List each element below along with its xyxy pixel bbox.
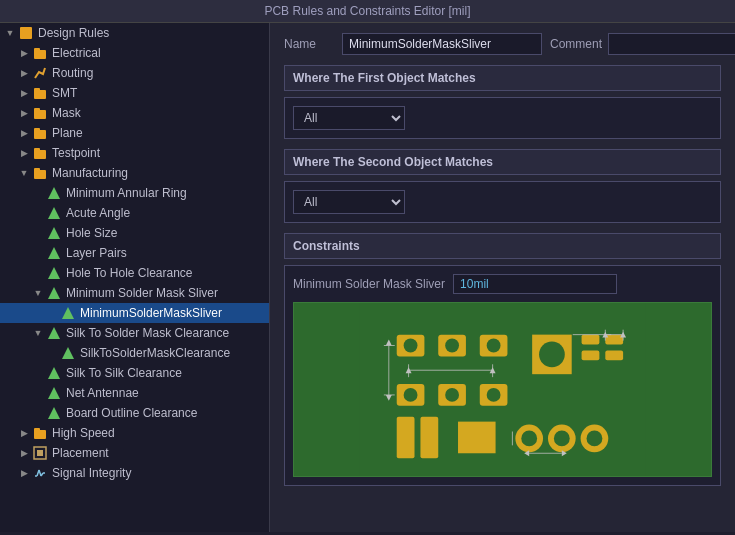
tree-arrow-plane[interactable] <box>18 127 30 139</box>
tree-item-hole-to-hole[interactable]: Hole To Hole Clearance <box>0 263 269 283</box>
svg-marker-20 <box>48 327 60 339</box>
tree-arrow-silk-to-solder[interactable] <box>32 327 44 339</box>
svg-point-40 <box>487 339 501 353</box>
svg-rect-70 <box>420 417 438 459</box>
tree-item-routing[interactable]: Routing <box>0 63 269 83</box>
tree-arrow-routing[interactable] <box>18 67 30 79</box>
svg-point-38 <box>445 339 459 353</box>
tree-item-silk-to-silk[interactable]: Silk To Silk Clearance <box>0 363 269 383</box>
svg-point-73 <box>521 431 537 447</box>
tree-item-hole-size[interactable]: Hole Size <box>0 223 269 243</box>
tree-item-testpoint[interactable]: Testpoint <box>0 143 269 163</box>
tree-container: Design RulesElectricalRoutingSMTMaskPlan… <box>0 23 269 483</box>
tree-arrow-signal-integrity[interactable] <box>18 467 30 479</box>
tree-item-placement[interactable]: Placement <box>0 443 269 463</box>
tree-icon-routing <box>32 65 48 81</box>
tree-item-mask[interactable]: Mask <box>0 103 269 123</box>
tree-label-layer-pairs: Layer Pairs <box>66 246 127 260</box>
where-first-select[interactable]: AllNetNet ClassLayerCustom Query <box>293 106 405 130</box>
tree-item-silk-to-solder[interactable]: Silk To Solder Mask Clearance <box>0 323 269 343</box>
tree-icon-min-annular-ring <box>46 185 62 201</box>
tree-icon-electrical <box>32 45 48 61</box>
tree-icon-hole-size <box>46 225 62 241</box>
tree-label-testpoint: Testpoint <box>52 146 100 160</box>
tree-item-board-outline[interactable]: Board Outline Clearance <box>0 403 269 423</box>
title-bar: PCB Rules and Constraints Editor [mil] <box>0 0 735 23</box>
svg-marker-17 <box>48 267 60 279</box>
tree-item-plane[interactable]: Plane <box>0 123 269 143</box>
tree-arrow-manufacturing[interactable] <box>18 167 30 179</box>
svg-point-51 <box>487 388 501 402</box>
tree-arrow-mask[interactable] <box>18 107 30 119</box>
tree-arrow-electrical[interactable] <box>18 47 30 59</box>
svg-rect-0 <box>20 27 32 39</box>
tree-icon-silk-to-solder-clear <box>60 345 76 361</box>
tree-item-signal-integrity[interactable]: Signal Integrity <box>0 463 269 483</box>
svg-rect-62 <box>605 350 623 360</box>
tree-icon-acute-angle <box>46 205 62 221</box>
tree-item-min-solder-mask-sliver[interactable]: MinimumSolderMaskSliver <box>0 303 269 323</box>
tree-arrow-testpoint[interactable] <box>18 147 30 159</box>
title-text: PCB Rules and Constraints Editor [mil] <box>264 4 470 18</box>
tree-item-layer-pairs[interactable]: Layer Pairs <box>0 243 269 263</box>
right-panel: Name Comment Where The First Object Matc… <box>270 23 735 532</box>
tree-icon-hole-to-hole <box>46 265 62 281</box>
tree-label-hole-size: Hole Size <box>66 226 117 240</box>
tree-label-silk-to-silk: Silk To Silk Clearance <box>66 366 182 380</box>
tree-arrow-high-speed[interactable] <box>18 427 30 439</box>
tree-item-electrical[interactable]: Electrical <box>0 43 269 63</box>
svg-rect-12 <box>34 168 40 172</box>
svg-rect-28 <box>37 450 43 456</box>
svg-marker-18 <box>48 287 60 299</box>
where-second-block: AllNetNet ClassLayerCustom Query <box>284 181 721 223</box>
tree-label-manufacturing: Manufacturing <box>52 166 128 180</box>
tree-item-smt[interactable]: SMT <box>0 83 269 103</box>
tree-item-manufacturing[interactable]: Manufacturing <box>0 163 269 183</box>
svg-rect-6 <box>34 108 40 112</box>
tree-icon-silk-to-solder <box>46 325 62 341</box>
tree-icon-design-rules <box>18 25 34 41</box>
svg-marker-16 <box>48 247 60 259</box>
tree-icon-testpoint <box>32 145 48 161</box>
constraints-header: Constraints <box>284 233 721 259</box>
min-solder-mask-input[interactable] <box>453 274 617 294</box>
svg-rect-4 <box>34 88 40 92</box>
where-second-select[interactable]: AllNetNet ClassLayerCustom Query <box>293 190 405 214</box>
tree-item-high-speed[interactable]: High Speed <box>0 423 269 443</box>
tree-item-min-annular-ring[interactable]: Minimum Annular Ring <box>0 183 269 203</box>
tree-icon-layer-pairs <box>46 245 62 261</box>
svg-point-58 <box>539 342 565 368</box>
tree-label-plane: Plane <box>52 126 83 140</box>
tree-arrow-min-solder-mask[interactable] <box>32 287 44 299</box>
tree-item-min-solder-mask[interactable]: Minimum Solder Mask Sliver <box>0 283 269 303</box>
tree-icon-silk-to-silk <box>46 365 62 381</box>
tree-label-silk-to-solder-clear: SilkToSolderMaskClearance <box>80 346 230 360</box>
name-label: Name <box>284 37 334 51</box>
tree-label-min-annular-ring: Minimum Annular Ring <box>66 186 187 200</box>
svg-rect-2 <box>34 48 40 52</box>
comment-input[interactable] <box>608 33 735 55</box>
tree-item-silk-to-solder-clear[interactable]: SilkToSolderMaskClearance <box>0 343 269 363</box>
tree-label-design-rules: Design Rules <box>38 26 109 40</box>
tree-item-design-rules[interactable]: Design Rules <box>0 23 269 43</box>
tree-label-board-outline: Board Outline Clearance <box>66 406 197 420</box>
tree-arrow-smt[interactable] <box>18 87 30 99</box>
tree-label-signal-integrity: Signal Integrity <box>52 466 131 480</box>
name-input[interactable] <box>342 33 542 55</box>
name-comment-row: Name Comment <box>284 33 721 55</box>
tree-label-acute-angle: Acute Angle <box>66 206 130 220</box>
tree-item-acute-angle[interactable]: Acute Angle <box>0 203 269 223</box>
tree-icon-board-outline <box>46 405 62 421</box>
svg-rect-71 <box>458 422 496 454</box>
tree-arrow-placement[interactable] <box>18 447 30 459</box>
svg-marker-22 <box>48 367 60 379</box>
tree-arrow-design-rules[interactable] <box>4 27 16 39</box>
svg-point-47 <box>404 388 418 402</box>
svg-point-77 <box>587 431 603 447</box>
tree-label-min-solder-mask-sliver: MinimumSolderMaskSliver <box>80 306 222 320</box>
svg-rect-61 <box>605 335 623 345</box>
tree-item-net-antennae[interactable]: Net Antennae <box>0 383 269 403</box>
tree-label-electrical: Electrical <box>52 46 101 60</box>
constraints-area: Minimum Solder Mask Sliver <box>284 265 721 486</box>
min-solder-mask-row: Minimum Solder Mask Sliver <box>293 274 712 294</box>
